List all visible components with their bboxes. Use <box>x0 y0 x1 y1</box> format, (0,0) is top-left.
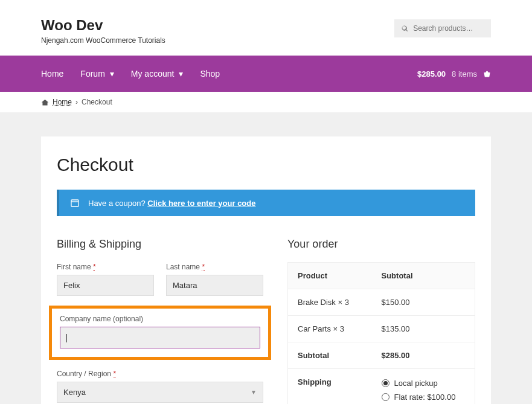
company-label: Company name (optional) <box>60 315 263 323</box>
nav-account-label: My account <box>131 69 175 79</box>
order-head-subtotal: Subtotal <box>382 271 466 280</box>
shipping-label: Shipping <box>298 377 382 404</box>
order-table: Product Subtotal Brake Disk × 3 $150.00 … <box>287 262 475 404</box>
nav-account[interactable]: My account▾ <box>131 69 184 79</box>
subtotal-value: $285.00 <box>382 351 466 360</box>
site-tagline: Njengah.com WooCommerce Tutorials <box>41 36 165 45</box>
svg-rect-0 <box>71 200 79 207</box>
order-head-product: Product <box>298 271 382 280</box>
chevron-down-icon: ▼ <box>251 389 257 396</box>
coupon-link[interactable]: Click here to enter your code <box>147 199 255 208</box>
site-title[interactable]: Woo Dev <box>41 17 165 34</box>
country-value: Kenya <box>63 388 86 397</box>
required-icon: * <box>113 370 116 378</box>
order-item-subtotal: $135.00 <box>382 324 466 333</box>
order-subtotal-row: Subtotal $285.00 <box>287 342 475 369</box>
nav-menu: Home Forum▾ My account▾ Shop <box>41 69 220 79</box>
required-icon: * <box>93 263 96 271</box>
breadcrumb: Home › Checkout <box>0 92 532 112</box>
basket-icon <box>483 70 491 78</box>
order-item-name: Brake Disk × 3 <box>298 298 382 307</box>
first-name-label: First name * <box>57 263 154 271</box>
order-heading: Your order <box>287 238 475 251</box>
cart-total: $285.00 <box>417 69 446 79</box>
breadcrumb-sep: › <box>75 98 78 106</box>
coupon-prompt: Have a coupon? <box>88 199 146 208</box>
shipping-option-label: Flat rate: $100.00 <box>394 393 456 402</box>
first-name-input[interactable] <box>57 275 154 296</box>
coupon-notice: Have a coupon? Click here to enter your … <box>57 190 475 216</box>
cart-items-count: 8 items <box>452 69 477 79</box>
shipping-option[interactable]: Flat rate: $100.00 <box>382 393 466 402</box>
required-icon: * <box>202 263 205 271</box>
shipping-option-label: Local pickup <box>394 379 438 388</box>
last-name-label: Last name * <box>166 263 263 271</box>
nav-forum[interactable]: Forum▾ <box>80 69 114 79</box>
search-box[interactable] <box>394 19 491 37</box>
radio-icon <box>382 393 389 401</box>
order-item-subtotal: $150.00 <box>382 298 466 307</box>
search-icon <box>402 25 408 33</box>
company-input[interactable] <box>60 327 260 348</box>
radio-icon <box>382 379 389 387</box>
country-label: Country / Region * <box>57 370 263 378</box>
home-icon <box>41 98 49 106</box>
billing-heading: Billing & Shipping <box>57 238 263 251</box>
nav-forum-label: Forum <box>80 69 104 79</box>
chevron-down-icon: ▾ <box>110 69 114 79</box>
page-title: Checkout <box>57 155 475 175</box>
order-item-name: Car Parts × 3 <box>298 324 382 333</box>
cart-summary[interactable]: $285.00 8 items <box>417 69 491 79</box>
subtotal-label: Subtotal <box>298 351 382 360</box>
order-shipping-row: Shipping Local pickup Flat rate: $100.00… <box>287 368 475 404</box>
country-select[interactable]: Kenya ▼ <box>57 382 263 403</box>
breadcrumb-current: Checkout <box>82 98 112 106</box>
chevron-down-icon: ▾ <box>179 69 183 79</box>
nav-home[interactable]: Home <box>41 69 63 79</box>
company-highlight: Company name (optional) <box>49 306 271 360</box>
breadcrumb-home[interactable]: Home <box>53 98 72 106</box>
text-cursor-icon <box>66 334 67 342</box>
search-input[interactable] <box>413 24 484 33</box>
shipping-option[interactable]: Local pickup <box>382 379 466 388</box>
nav-shop[interactable]: Shop <box>200 69 220 79</box>
order-item-row: Brake Disk × 3 $150.00 <box>287 289 475 316</box>
order-item-row: Car Parts × 3 $135.00 <box>287 315 475 342</box>
last-name-input[interactable] <box>166 275 263 296</box>
calendar-icon <box>70 198 80 208</box>
